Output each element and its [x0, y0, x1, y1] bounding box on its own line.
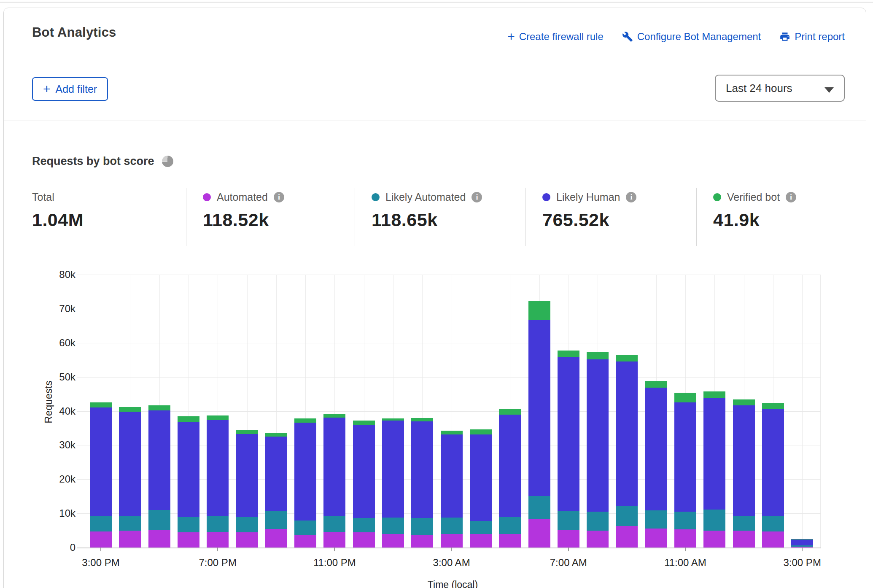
bar-segment-automated — [323, 532, 345, 548]
stacked-bar[interactable] — [616, 355, 638, 548]
section-title: Requests by bot score — [32, 155, 154, 168]
info-icon[interactable]: i — [472, 192, 482, 202]
bar-segment-likely-automated — [762, 516, 784, 531]
bar-segment-automated — [441, 534, 463, 548]
stacked-bar[interactable] — [470, 429, 492, 548]
bar-segment-verified-bot — [148, 405, 170, 410]
info-icon[interactable]: i — [626, 192, 636, 202]
top-divider — [0, 2, 873, 3]
bar-segment-verified-bot — [178, 416, 199, 421]
stat-likely-automated: Likely Automated i 118.65k — [372, 191, 482, 230]
stacked-bar[interactable] — [733, 399, 755, 548]
bar-segment-likely-human — [148, 410, 170, 510]
bar-segment-verified-bot — [411, 418, 433, 421]
bar-segment-verified-bot — [616, 355, 638, 361]
stat-divider — [355, 188, 355, 246]
x-tick-label: 3:00 AM — [433, 557, 470, 569]
stacked-bar[interactable] — [90, 402, 112, 548]
bar-segment-likely-human — [558, 357, 579, 511]
chevron-down-icon — [824, 87, 834, 93]
bar-segment-verified-bot — [294, 418, 316, 423]
create-firewall-rule-link[interactable]: + Create firewall rule — [507, 31, 604, 43]
bar-segment-automated — [528, 519, 550, 548]
bar-segment-likely-human — [411, 421, 433, 518]
bar-segment-automated — [382, 534, 404, 548]
stacked-bar[interactable] — [353, 421, 375, 548]
bar-segment-likely-automated — [178, 517, 199, 532]
stat-automated: Automated i 118.52k — [203, 191, 284, 230]
stacked-bar[interactable] — [294, 418, 316, 548]
bar-segment-likely-automated — [236, 517, 258, 532]
bar-segment-likely-automated — [587, 512, 609, 530]
stacked-bar[interactable] — [411, 418, 433, 548]
bar-segment-likely-automated — [207, 516, 229, 532]
bar-segment-automated — [674, 529, 696, 548]
stacked-bar[interactable] — [645, 381, 667, 548]
info-icon[interactable]: i — [786, 192, 796, 202]
x-tick-label: 3:00 PM — [783, 557, 821, 569]
bar-segment-automated — [587, 531, 609, 548]
stacked-bar[interactable] — [499, 409, 521, 548]
create-firewall-rule-label: Create firewall rule — [519, 31, 604, 43]
x-axis-title: Time (local) — [428, 579, 478, 588]
stacked-bar[interactable] — [323, 414, 345, 548]
x-tick-label: 11:00 AM — [664, 557, 706, 569]
stat-label: Verified bot — [727, 191, 780, 203]
stacked-bar[interactable] — [441, 431, 463, 548]
y-tick-label: 80k — [4, 269, 75, 281]
stacked-bar[interactable] — [119, 407, 141, 548]
bar-segment-verified-bot — [703, 391, 725, 398]
bar-segment-automated — [353, 532, 375, 548]
bar-segment-likely-human — [90, 407, 112, 516]
bar-segment-automated — [294, 535, 316, 548]
bar-segment-likely-human — [499, 415, 521, 517]
stacked-bar[interactable] — [265, 433, 287, 548]
bar-segment-automated — [616, 526, 638, 548]
bar-segment-automated — [645, 529, 667, 548]
bar-segment-likely-human — [207, 420, 229, 515]
bar-segment-automated — [90, 531, 112, 548]
bar-segment-automated — [470, 534, 492, 548]
x-tick — [802, 548, 803, 551]
y-tick-label: 50k — [4, 371, 75, 383]
bar-segment-likely-human — [294, 423, 316, 521]
stacked-bar[interactable] — [236, 430, 258, 548]
bar-segment-likely-automated — [294, 521, 316, 535]
configure-bot-management-link[interactable]: Configure Bot Management — [622, 31, 761, 43]
stacked-bar[interactable] — [528, 301, 550, 548]
requests-by-bot-score-chart: Requests 010k20k30k40k50k60k70k80k3:00 P… — [4, 262, 867, 588]
stacked-bar[interactable] — [558, 351, 579, 548]
info-icon[interactable]: i — [274, 192, 284, 202]
bar-segment-likely-automated — [119, 516, 141, 531]
y-tick-label: 70k — [4, 303, 75, 315]
x-tick-label: 3:00 PM — [82, 557, 119, 569]
bar-segment-likely-automated — [616, 506, 638, 526]
horizontal-gridline — [77, 343, 821, 343]
stacked-bar[interactable] — [148, 405, 170, 548]
x-axis-line — [77, 548, 821, 548]
bar-segment-automated — [119, 531, 141, 548]
stacked-bar[interactable] — [207, 415, 229, 548]
add-filter-button[interactable]: + Add filter — [32, 77, 108, 101]
wrench-icon — [622, 31, 633, 42]
stat-value: 41.9k — [713, 210, 796, 230]
bar-segment-automated — [499, 534, 521, 548]
bar-segment-verified-bot — [528, 301, 550, 320]
y-axis-title: Requests — [43, 377, 54, 427]
configure-bot-management-label: Configure Bot Management — [637, 31, 761, 43]
stacked-bar[interactable] — [703, 391, 725, 548]
stacked-bar[interactable] — [178, 416, 199, 548]
stacked-bar[interactable] — [587, 352, 609, 548]
stacked-bar[interactable] — [674, 393, 696, 548]
pie-chart-icon — [162, 156, 173, 167]
print-report-link[interactable]: Print report — [779, 31, 845, 43]
stat-divider — [525, 188, 526, 246]
stacked-bar[interactable] — [762, 403, 784, 548]
bar-segment-likely-automated — [148, 510, 170, 530]
y-tick-label: 30k — [4, 439, 75, 451]
stacked-bar[interactable] — [382, 418, 404, 548]
time-range-select[interactable]: Last 24 hours — [715, 75, 845, 102]
x-tick-label: 7:00 PM — [199, 557, 236, 569]
stacked-bar[interactable] — [791, 539, 813, 548]
bar-segment-automated — [411, 535, 433, 548]
